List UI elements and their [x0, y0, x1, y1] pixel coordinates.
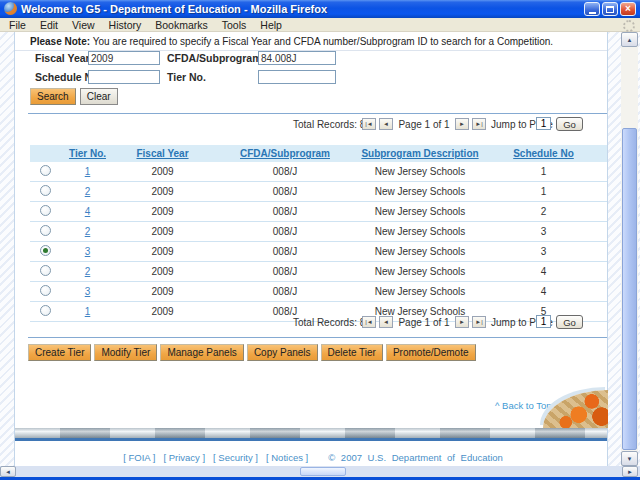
search-button[interactable]: Search: [30, 88, 76, 105]
footer-links: [ FOIA ][ Privacy ][ Security ][ Notices…: [15, 452, 607, 463]
tier-radio[interactable]: [40, 265, 51, 276]
select-cell: [30, 245, 60, 258]
tier-cell: 1: [60, 306, 115, 317]
tier-radio[interactable]: [40, 185, 51, 196]
column-header-link-cfda-subprogram[interactable]: CFDA/Subprogram: [240, 148, 330, 159]
prev-page-button[interactable]: ◄: [379, 118, 393, 130]
scroll-down-button[interactable]: ▼: [621, 451, 638, 466]
back-to-top-link[interactable]: ^ Back to Top: [495, 400, 552, 411]
schedule-cell: 2: [480, 206, 607, 217]
table-row: 22009008/JNew Jersey Schools1: [30, 182, 607, 202]
tier-link[interactable]: 1: [85, 166, 91, 177]
column-header-schedule-no: Schedule No: [480, 148, 607, 159]
schedule-cell: 3: [480, 226, 607, 237]
manage-panels-button[interactable]: Manage Panels: [160, 344, 244, 361]
first-page-button[interactable]: |◄: [362, 316, 376, 328]
divider: [28, 337, 607, 338]
tier-link[interactable]: 2: [85, 266, 91, 277]
column-header-subprogram-description: Subprogram Description: [360, 148, 480, 159]
scroll-right-button[interactable]: ►: [622, 466, 638, 477]
promote-demote-button[interactable]: Promote/Demote: [386, 344, 476, 361]
horizontal-scrollbar[interactable]: ◄ ►: [0, 466, 640, 477]
menu-item-history[interactable]: History: [102, 19, 149, 31]
menu-bar: FileEditViewHistoryBookmarksToolsHelp: [0, 18, 640, 32]
cfda-cell: 008/J: [210, 246, 360, 257]
scroll-up-button[interactable]: ▲: [621, 32, 638, 47]
column-header-link-schedule-no[interactable]: Schedule No: [513, 148, 574, 159]
next-page-button[interactable]: ►: [455, 316, 469, 328]
cfda-subprogram-input[interactable]: [258, 51, 336, 65]
minimize-icon: [589, 12, 596, 14]
menu-item-bookmarks[interactable]: Bookmarks: [148, 19, 215, 31]
go-button[interactable]: Go: [556, 315, 583, 329]
prev-page-button[interactable]: ◄: [379, 316, 393, 328]
menu-item-file[interactable]: File: [2, 19, 33, 31]
next-page-button[interactable]: ►: [455, 118, 469, 130]
footer-link-security[interactable]: [ Security ]: [213, 452, 258, 463]
tier-link[interactable]: 4: [85, 206, 91, 217]
clear-button[interactable]: Clear: [80, 88, 118, 105]
copyright-text: © 2007 U.S. Department of Education: [328, 452, 503, 463]
window-controls: ×: [584, 2, 636, 16]
last-page-button[interactable]: ►|: [472, 316, 486, 328]
jump-to-page-input[interactable]: [536, 315, 551, 328]
menu-items: FileEditViewHistoryBookmarksToolsHelp: [0, 18, 640, 31]
vertical-scrollbar[interactable]: ▲ ▼: [621, 32, 638, 466]
vertical-scroll-thumb[interactable]: [622, 128, 637, 450]
jump-to-page-input[interactable]: [536, 117, 551, 130]
tier-no-input[interactable]: [258, 70, 336, 84]
menu-item-edit[interactable]: Edit: [33, 19, 65, 31]
menu-item-tools[interactable]: Tools: [215, 19, 254, 31]
modify-tier-button[interactable]: Modify Tier: [94, 344, 157, 361]
menu-item-view[interactable]: View: [65, 19, 102, 31]
footer-link-foia[interactable]: [ FOIA ]: [123, 452, 155, 463]
delete-tier-button[interactable]: Delete Tier: [321, 344, 383, 361]
minimize-button[interactable]: [584, 2, 600, 16]
tier-link[interactable]: 2: [85, 186, 91, 197]
scroll-left-button[interactable]: ◄: [0, 466, 16, 477]
close-button[interactable]: ×: [620, 2, 636, 16]
create-tier-button[interactable]: Create Tier: [28, 344, 91, 361]
firefox-icon: [4, 2, 17, 15]
total-records-label: Total Records: 8: [293, 317, 365, 328]
fiscal-year-cell: 2009: [115, 226, 210, 237]
horizontal-scroll-thumb[interactable]: [300, 467, 346, 476]
pagination-top: Total Records: 8|◄◄Page 1 of 1►►|Jump to…: [293, 117, 609, 133]
schedule-cell: 3: [480, 246, 607, 257]
tier-cell: 3: [60, 286, 115, 297]
column-header-link-fiscal-year[interactable]: Fiscal Year: [136, 148, 188, 159]
tier-radio[interactable]: [40, 225, 51, 236]
tier-radio[interactable]: [40, 165, 51, 176]
column-header-link-subprogram-description[interactable]: Subprogram Description: [361, 148, 478, 159]
column-header-link-tier-no[interactable]: Tier No.: [69, 148, 106, 159]
cfda-cell: 008/J: [210, 206, 360, 217]
tier-radio[interactable]: [40, 305, 51, 316]
tier-link[interactable]: 3: [85, 246, 91, 257]
title-bar: Welcome to G5 - Department of Education …: [0, 0, 640, 18]
first-page-button[interactable]: |◄: [362, 118, 376, 130]
tier-cell: 3: [60, 246, 115, 257]
tier-radio[interactable]: [40, 205, 51, 216]
fiscal-year-cell: 2009: [115, 286, 210, 297]
maximize-button[interactable]: [602, 2, 618, 16]
schedule-no-input[interactable]: [88, 70, 160, 84]
tier-cell: 2: [60, 266, 115, 277]
menu-item-help[interactable]: Help: [253, 19, 289, 31]
browser-window: Welcome to G5 - Department of Education …: [0, 0, 640, 480]
footer-link-privacy[interactable]: [ Privacy ]: [163, 452, 205, 463]
tier-radio[interactable]: [40, 285, 51, 296]
tier-link[interactable]: 2: [85, 226, 91, 237]
copy-panels-button[interactable]: Copy Panels: [247, 344, 318, 361]
window-title: Welcome to G5 - Department of Education …: [21, 3, 327, 15]
go-button[interactable]: Go: [556, 117, 583, 131]
table-row: 32009008/JNew Jersey Schools4: [30, 282, 607, 302]
last-page-button[interactable]: ►|: [472, 118, 486, 130]
footer-link-notices[interactable]: [ Notices ]: [266, 452, 308, 463]
tier-link[interactable]: 1: [85, 306, 91, 317]
tier-radio[interactable]: [40, 245, 51, 256]
select-cell: [30, 205, 60, 218]
cfda-cell: 008/J: [210, 226, 360, 237]
fiscal-year-input[interactable]: [88, 51, 160, 65]
table-header-row: Tier No.Fiscal YearCFDA/SubprogramSubpro…: [30, 145, 607, 162]
tier-link[interactable]: 3: [85, 286, 91, 297]
